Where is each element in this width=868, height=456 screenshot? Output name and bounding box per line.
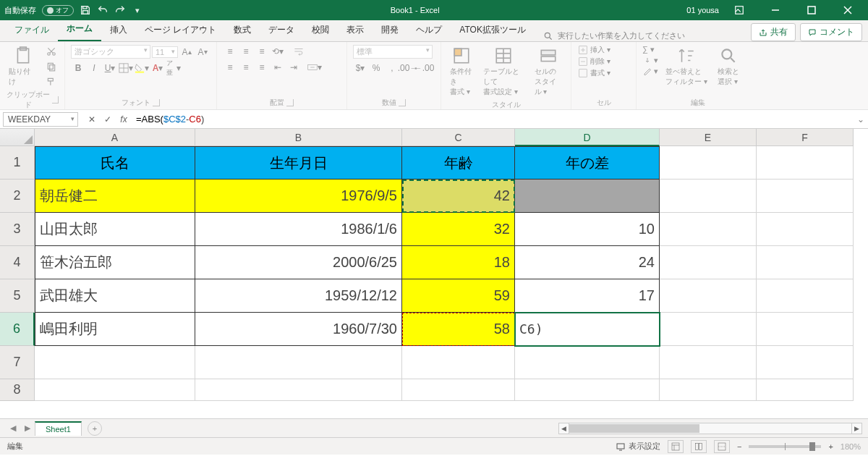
merge-center-icon[interactable]: ▾ — [302, 61, 327, 74]
align-top-icon[interactable]: ≡ — [223, 45, 237, 58]
cell-C1[interactable]: 年齢 — [402, 146, 515, 180]
format-as-table-button[interactable]: テーブルとして 書式設定 ▾ — [480, 45, 527, 98]
view-page-break-icon[interactable] — [714, 440, 730, 453]
comment-button[interactable]: コメント — [800, 23, 862, 41]
tab-review[interactable]: 校閲 — [303, 20, 338, 41]
tab-insert[interactable]: 挿入 — [101, 20, 136, 41]
row-header-3[interactable]: 3 — [0, 213, 35, 246]
tab-layout[interactable]: ページ レイアウト — [136, 20, 225, 41]
cell-C8[interactable] — [402, 379, 515, 401]
row-header-8[interactable]: 8 — [0, 379, 35, 401]
decrease-decimal-icon[interactable]: ←.00 — [417, 62, 431, 75]
row-header-4[interactable]: 4 — [0, 246, 35, 279]
cell-A5[interactable]: 武田雄大 — [35, 279, 195, 313]
cell-D1[interactable]: 年の差 — [515, 146, 660, 180]
align-right-icon[interactable]: ≡ — [255, 61, 269, 74]
orientation-icon[interactable]: ⟲▾ — [271, 45, 285, 58]
cell-F6[interactable] — [757, 313, 854, 346]
row-header-2[interactable]: 2 — [0, 180, 35, 213]
cell-E2[interactable] — [660, 180, 757, 213]
delete-cells-button[interactable]: 削除 ▾ — [577, 56, 610, 67]
find-select-button[interactable]: 検索と 選択 ▾ — [715, 45, 742, 88]
minimize-icon[interactable] — [760, 0, 791, 20]
tab-file[interactable]: ファイル — [6, 20, 58, 41]
fx-icon[interactable]: fx — [116, 114, 132, 124]
redo-icon[interactable] — [114, 4, 126, 16]
cell-A7[interactable] — [35, 346, 195, 379]
select-all-corner[interactable] — [0, 129, 35, 146]
cell-A8[interactable] — [35, 379, 195, 401]
qat-customize-icon[interactable]: ▾ — [132, 4, 143, 16]
align-bottom-icon[interactable]: ≡ — [255, 45, 269, 58]
align-center-icon[interactable]: ≡ — [239, 61, 253, 74]
font-name-dropdown[interactable]: 游ゴシック — [71, 45, 150, 59]
tab-atok[interactable]: ATOK拡張ツール — [451, 20, 535, 41]
sort-filter-button[interactable]: 並べ替えと フィルター ▾ — [663, 45, 710, 88]
cell-A3[interactable]: 山田太郎 — [35, 213, 195, 246]
autosave-toggle[interactable]: オフ — [42, 5, 74, 16]
conditional-formatting-button[interactable]: 条件付き 書式 ▾ — [447, 45, 476, 98]
cell-D3[interactable]: 10 — [515, 213, 660, 246]
formula-cancel-icon[interactable]: ✕ — [84, 114, 100, 124]
format-painter-icon[interactable] — [44, 75, 59, 88]
name-box[interactable]: WEEKDAY — [3, 112, 78, 127]
cell-B8[interactable] — [195, 379, 402, 401]
cell-B7[interactable] — [195, 346, 402, 379]
cell-D4[interactable]: 24 — [515, 246, 660, 279]
cell-D6-editing[interactable]: C6) — [515, 313, 660, 346]
undo-icon[interactable] — [97, 4, 109, 16]
cell-C5[interactable]: 59 — [402, 279, 515, 313]
fill-color-icon[interactable]: ▾ — [135, 62, 149, 75]
format-cells-button[interactable]: 書式 ▾ — [577, 68, 610, 78]
font-color-icon[interactable]: A▾ — [150, 62, 165, 75]
cell-B5[interactable]: 1959/12/12 — [195, 279, 402, 313]
cell-A2[interactable]: 朝岳健二 — [35, 180, 195, 213]
cell-D7[interactable] — [515, 346, 660, 379]
ribbon-options-icon[interactable] — [723, 0, 755, 20]
cell-E7[interactable] — [660, 346, 757, 379]
formula-bar[interactable]: =ABS($C$2-C6) — [132, 112, 854, 126]
cell-F2[interactable] — [757, 180, 854, 213]
cell-C7[interactable] — [402, 346, 515, 379]
font-size-dropdown[interactable]: 11 — [152, 46, 178, 58]
column-header-D[interactable]: D — [515, 129, 660, 146]
sheet-nav-next-icon[interactable]: ▶ — [20, 423, 35, 433]
tab-home[interactable]: ホーム — [58, 18, 101, 41]
number-launcher-icon[interactable] — [399, 99, 406, 106]
view-page-layout-icon[interactable] — [691, 440, 707, 453]
zoom-slider[interactable] — [749, 445, 821, 448]
cell-E5[interactable] — [660, 279, 757, 313]
zoom-in-icon[interactable]: + — [828, 442, 833, 451]
user-name[interactable]: 01 yousa — [686, 6, 719, 14]
cell-C3[interactable]: 32 — [402, 213, 515, 246]
cell-B3[interactable]: 1986/1/6 — [195, 213, 402, 246]
view-normal-icon[interactable] — [668, 440, 684, 453]
clear-button[interactable]: ▾ — [642, 67, 658, 76]
cell-E6[interactable] — [660, 313, 757, 346]
cell-A1[interactable]: 氏名 — [35, 146, 195, 180]
cell-F3[interactable] — [757, 213, 854, 246]
bold-icon[interactable]: B — [71, 62, 85, 75]
cell-F1[interactable] — [757, 146, 854, 180]
tab-dev[interactable]: 開発 — [373, 20, 407, 41]
maximize-icon[interactable] — [796, 0, 827, 20]
column-header-C[interactable]: C — [402, 129, 515, 146]
cell-B1[interactable]: 生年月日 — [195, 146, 402, 180]
row-header-5[interactable]: 5 — [0, 279, 35, 313]
cell-styles-button[interactable]: セルの スタイル ▾ — [532, 45, 565, 98]
cell-C2[interactable]: 42 — [402, 180, 515, 213]
display-settings-button[interactable]: 表示設定 — [616, 441, 660, 452]
zoom-out-icon[interactable]: − — [737, 442, 741, 451]
accounting-format-icon[interactable]: $▾ — [353, 62, 367, 75]
tell-me-search[interactable]: 実行したい作業を入力してください — [543, 30, 685, 41]
column-header-E[interactable]: E — [660, 129, 757, 146]
cell-B4[interactable]: 2000/6/25 — [195, 246, 402, 279]
copy-icon[interactable] — [44, 60, 59, 73]
clipboard-launcher-icon[interactable] — [52, 96, 59, 104]
tab-view[interactable]: 表示 — [338, 20, 373, 41]
formula-bar-expand-icon[interactable]: ⌄ — [854, 114, 868, 124]
cell-F5[interactable] — [757, 279, 854, 313]
fill-button[interactable]: ▾ — [642, 56, 658, 65]
row-header-6[interactable]: 6 — [0, 313, 35, 346]
zoom-level[interactable]: 180% — [841, 442, 861, 451]
